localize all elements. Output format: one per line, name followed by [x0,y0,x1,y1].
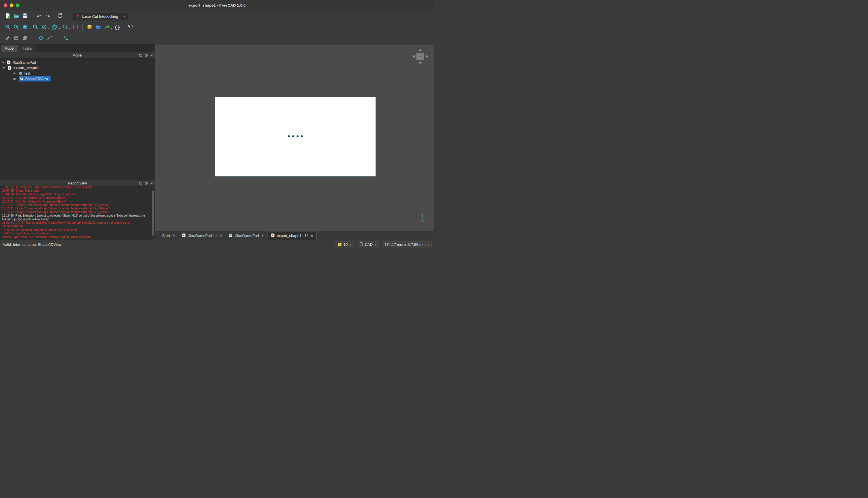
float-icon[interactable] [145,181,148,186]
dimensions-combo[interactable]: 174,17 mm x 117,56 mm ▾ [382,241,432,248]
close-icon[interactable]: × [172,234,175,237]
report-line: 15:08:58 4.2e-08 Selection.cpp(1505): Ob… [2,193,150,196]
visibility-eye-icon[interactable] [13,72,17,75]
fit-selection-button[interactable] [31,23,40,32]
report-line: 15:32:44 (At):44 Tree.cpp(2134): [ComboV… [2,221,150,228]
new-document-button[interactable] [3,12,12,21]
report-line: 15:12:41 Can't find Origin for "Unnamed#… [2,196,150,199]
open-folder-icon [13,13,20,20]
navcube-arrow-down-icon[interactable] [418,62,422,64]
tree-item-export-shape1[interactable]: export_shape1 [0,65,155,70]
zoom-window-button[interactable] [16,3,20,7]
hole-dot [297,135,299,137]
scrollbar-thumb[interactable] [152,191,154,236]
navcube-arrow-left-icon[interactable] [413,55,415,58]
curve-tool-button[interactable] [46,35,54,43]
visibility-eye-icon[interactable] [13,77,17,80]
undo-button[interactable]: ↶ [35,12,43,21]
open-document-button[interactable] [12,12,21,21]
workbench-selector[interactable]: Laser Cut Interlocking ▾ [72,13,128,21]
macro-button[interactable]: {} [113,23,122,32]
navcube-face[interactable]: TOP [416,53,424,60]
tree-item-label: XiaoGamePad [13,61,36,65]
dock-icon[interactable] [139,53,142,58]
chevron-down-icon[interactable]: ▾ [69,27,71,30]
tree-item-shape2dview[interactable]: Shape2DView [13,76,155,81]
tree-item-xiaogamepad[interactable]: XiaoGamePad [0,60,155,65]
report-line: 15:16:50 Part::Extrusion: Link(s) to obj… [2,214,150,221]
tab-xiaogamepad-1[interactable]: XiaoGamePad : 1 × [179,231,225,240]
zoom-tools-button[interactable] [61,23,69,32]
tab-label: XiaoGamePad [234,234,259,238]
minimize-window-button[interactable] [10,3,13,7]
selected-tree-item[interactable]: Shape2DView [19,76,51,81]
close-window-button[interactable] [4,3,8,7]
combo-view-tabs: Model Tasks [0,44,155,52]
freecad-document-icon [182,233,186,238]
navcube-arrow-right-icon[interactable] [426,55,428,58]
3d-viewport[interactable]: TOP [155,44,434,231]
tab-tasks[interactable]: Tasks [19,45,36,52]
titlebar: export_shape1 - FreeCAD 1.0.0 [0,0,434,11]
draw-style-button[interactable] [40,23,49,32]
tree-item-test[interactable]: test [13,70,155,76]
tab-label: Start [162,234,170,238]
isometric-view-button[interactable] [21,23,29,32]
create-group-button[interactable] [94,23,103,32]
freecad-document-icon [7,60,11,65]
toolbar-file: ↶ ↷ Laser Cut Interlocking ▾ [0,11,434,22]
expand-arrow-icon[interactable] [3,61,4,64]
export-button[interactable] [103,23,111,32]
chevron-down-icon[interactable]: ▾ [111,27,113,30]
tab-start[interactable]: Start × [159,231,179,240]
whats-this-button[interactable]: ? [125,23,134,32]
navigation-cube[interactable]: TOP [411,47,429,66]
tab-label: XiaoGamePad : 1 [188,234,217,238]
tab-export-shape1[interactable]: export_shape1 : 1* × [267,231,316,240]
pages-tool-button[interactable] [21,35,29,43]
zoom-fit-all-button[interactable] [3,23,12,32]
report-scrollbar[interactable] [151,186,155,240]
freecad-window: export_shape1 - FreeCAD 1.0.0 ↶ ↷ Laser … [0,0,434,249]
redo-button[interactable]: ↷ [43,12,52,21]
isometric-cube-icon [22,24,28,31]
create-part-button[interactable] [85,23,94,32]
save-document-button[interactable] [21,12,29,21]
chevron-down-icon[interactable]: ▾ [59,27,60,30]
float-icon[interactable] [145,53,148,58]
chevron-down-icon: ▾ [350,244,351,246]
chevron-down-icon[interactable]: ▾ [29,27,31,30]
dock-icon[interactable] [139,181,142,186]
chevron-down-icon[interactable]: ▾ [49,27,50,30]
close-icon[interactable]: × [311,234,313,238]
close-icon[interactable]: × [220,234,222,237]
navcube-arrow-up-icon[interactable] [418,49,422,51]
chevron-down-icon: ▾ [375,244,376,246]
decimals-value: 10 [344,243,348,247]
measure-button[interactable] [71,23,80,32]
measure-icon [72,24,79,31]
report-line: 15:12:41 Origin "Unnamed#Origin" doesn't… [2,210,150,214]
navigation-style-combo[interactable]: CAD ▾ [357,241,379,248]
refresh-button[interactable] [55,12,64,21]
zoom-selection-button[interactable] [12,23,21,32]
report-line: 15:12:41 Can't find Origin for "Unnamed#… [2,200,150,203]
circle-tool-button[interactable] [37,35,46,43]
part-cube-icon [19,71,23,76]
sync-view-button[interactable] [50,23,59,32]
collapse-arrow-icon[interactable] [3,67,5,68]
tab-model[interactable]: Model [1,45,18,52]
close-icon[interactable]: × [151,53,153,57]
hole-dot [301,135,303,137]
shape2dview-page[interactable] [215,97,376,176]
decimals-combo[interactable]: 10 ▾ [335,241,354,248]
status-bar: Valid, Internal name: Shape2DView 10 ▾ C… [0,240,434,249]
zoom-selection-icon [13,24,20,31]
page-tool-button[interactable] [12,35,21,43]
tab-xiaogamepad-spreadsheet[interactable]: XiaoGamePad × [225,231,267,240]
close-icon[interactable]: × [151,181,153,185]
edit-tool-button[interactable] [3,35,12,43]
close-icon[interactable]: × [261,234,264,237]
node-tool-button[interactable] [62,35,70,43]
report-view[interactable]: 15:07:15 <Exception> TopoShapeExpansion.… [0,186,155,240]
